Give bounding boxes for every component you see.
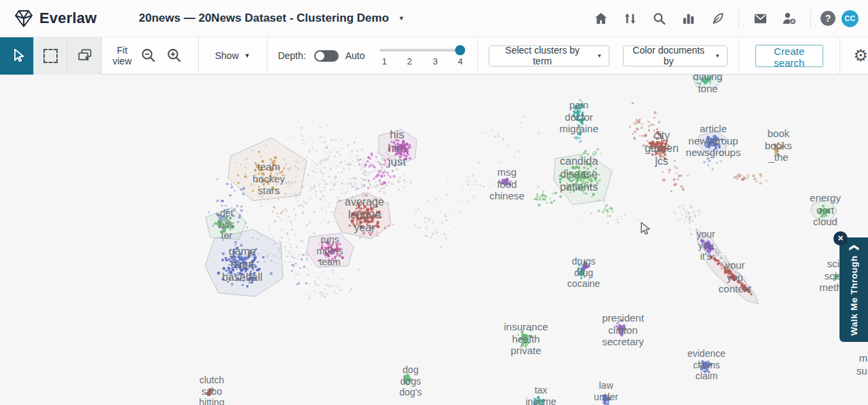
cluster-label-dog[interactable]: dogdogsdog's (399, 364, 421, 398)
cluster-label-insurance[interactable]: insurancehealthprivate (504, 321, 548, 357)
project-title-dropdown[interactable]: 20news — 20News Dataset - Clustering Dem… (139, 12, 404, 25)
cluster-label-average[interactable]: averageleagueyear (345, 196, 384, 235)
cluster-label-tax[interactable]: taxincome (525, 385, 556, 405)
cluster-label-city[interactable]: citygardenjcs (645, 130, 679, 168)
zoom-out-icon (140, 47, 157, 64)
walkme-close-button[interactable]: ✕ (833, 231, 848, 246)
top-nav: Everlaw 20news — 20News Dataset - Cluste… (0, 0, 868, 37)
zoom-in-icon (166, 47, 183, 64)
avatar[interactable]: CC (842, 10, 858, 27)
cluster-label-fragment: m (859, 352, 868, 364)
user-settings-button[interactable] (778, 7, 801, 30)
cluster-label-clutch[interactable]: clutchsabohitting (199, 374, 224, 405)
cluster-map-canvas[interactable]: ✕ Walk Me Through ❯ teamhockeystarshishi… (0, 75, 868, 405)
search-icon (652, 11, 667, 26)
caret-down-icon: ▼ (244, 52, 250, 59)
create-search-button[interactable]: Create search (755, 45, 823, 67)
caret-down-icon: ▼ (597, 53, 602, 59)
chevron-right-icon: ❯ (848, 244, 859, 252)
data-transfer-button[interactable] (618, 7, 641, 30)
depth-controls: Depth: Auto 1 2 3 4 (278, 43, 465, 69)
cluster-label-drugs[interactable]: drugsdrugcocaine (567, 256, 600, 290)
cluster-label-law[interactable]: lawunder (594, 380, 618, 402)
cluster-label-runs[interactable]: runsmorristeam (317, 234, 343, 268)
cluster-label-evidence[interactable]: evidenceclaimsclaim (687, 348, 725, 382)
cluster-label-game[interactable]: gameespnbaseball (222, 246, 263, 284)
user-gear-icon (781, 10, 797, 26)
quill-icon (710, 11, 725, 26)
walk-me-through-tab[interactable]: ✕ Walk Me Through ❯ (839, 237, 868, 342)
select-clusters-dropdown[interactable]: Select clusters by term ▼ (489, 45, 609, 66)
divider (738, 37, 739, 74)
fit-view-button[interactable]: Fit view (113, 45, 132, 66)
zoom-out-button[interactable] (140, 47, 157, 64)
slider-tick-1: 1 (382, 56, 387, 66)
cluster-label-president[interactable]: presidentclintonsecretary (602, 312, 644, 348)
show-dropdown[interactable]: Show ▼ (215, 50, 250, 61)
divider (810, 9, 811, 27)
clustering-toolbar: Fit view Show ▼ Depth: Auto (0, 37, 868, 75)
view-documents-tool[interactable] (68, 37, 102, 75)
marquee-icon (43, 49, 58, 63)
slider-handle[interactable] (455, 45, 466, 56)
pan-select-tool[interactable] (0, 37, 34, 75)
cluster-label-your[interactable]: youryoucontext (719, 259, 751, 295)
cluster-label-team[interactable]: teamhockeystars (252, 161, 285, 197)
slider-tick-4: 4 (458, 56, 463, 66)
depth-auto-toggle[interactable] (314, 50, 339, 62)
cursor-arrow-icon (8, 47, 26, 64)
everlaw-logo[interactable]: Everlaw (14, 8, 97, 28)
home-icon (593, 11, 609, 26)
cluster-label-your[interactable]: youryouit's (696, 229, 715, 263)
cluster-label-candida[interactable]: candidadiseasepatients (560, 155, 598, 194)
transfer-arrows-icon (622, 11, 638, 26)
depth-label: Depth: (278, 50, 305, 61)
auto-label: Auto (345, 50, 365, 61)
slider-tick-3: 3 (433, 56, 438, 66)
messages-button[interactable] (749, 7, 772, 30)
divider (267, 37, 267, 74)
mail-icon (753, 11, 768, 26)
walkme-text: Walk Me Through ❯ (848, 244, 859, 336)
help-button[interactable]: ? (820, 11, 835, 26)
bar-chart-icon (681, 11, 696, 26)
caret-down-icon: ▼ (398, 15, 404, 22)
cluster-label-det[interactable]: detbostor (219, 208, 235, 242)
cluster-label-his[interactable]: hishimjust (388, 128, 406, 169)
storybuilder-button[interactable] (706, 7, 729, 30)
toggle-knob (316, 52, 324, 60)
select-clusters-label: Select clusters by term (496, 45, 588, 66)
cluster-label-article[interactable]: articlenewsgroupnewsgroups (686, 123, 741, 159)
marquee-select-tool[interactable] (34, 37, 68, 75)
show-label: Show (215, 50, 239, 61)
cluster-label-fragment: su (856, 365, 867, 377)
divider (738, 9, 739, 27)
zoom-in-button[interactable] (166, 47, 183, 64)
settings-gear-button[interactable]: ⚙ (853, 46, 868, 65)
divider (198, 37, 199, 74)
color-documents-dropdown[interactable]: Color documents by ▼ (623, 45, 728, 66)
analytics-button[interactable] (677, 7, 700, 30)
cluster-label-book[interactable]: bookbooks_the (765, 128, 792, 163)
walkme-label: Walk Me Through (849, 256, 859, 336)
map-tools (0, 37, 102, 75)
cluster-label-msg[interactable]: msgfoodchinese (489, 166, 525, 202)
nav-icons: ? CC (589, 7, 858, 30)
cluster-label-pain[interactable]: paindoctormigraine (559, 99, 599, 135)
search-button[interactable] (647, 7, 671, 30)
depth-slider[interactable]: 1 2 3 4 (379, 43, 465, 69)
divider (477, 37, 478, 74)
zoom-controls: Fit view (113, 45, 183, 66)
mouse-cursor-icon (640, 222, 651, 237)
cluster-label-dialing[interactable]: dialingtone (693, 75, 722, 95)
cluster-label-energy[interactable]: energyoortcloud (810, 192, 841, 228)
caret-down-icon: ▼ (715, 53, 720, 59)
slider-tick-2: 2 (407, 56, 412, 66)
home-button[interactable] (589, 7, 612, 30)
color-documents-label: Color documents by (630, 45, 706, 66)
slider-track (379, 49, 465, 52)
project-title: 20news — 20News Dataset - Clustering Dem… (139, 12, 389, 25)
brand-name: Everlaw (39, 9, 97, 27)
everlaw-gem-icon (14, 8, 34, 28)
divider (839, 37, 840, 74)
